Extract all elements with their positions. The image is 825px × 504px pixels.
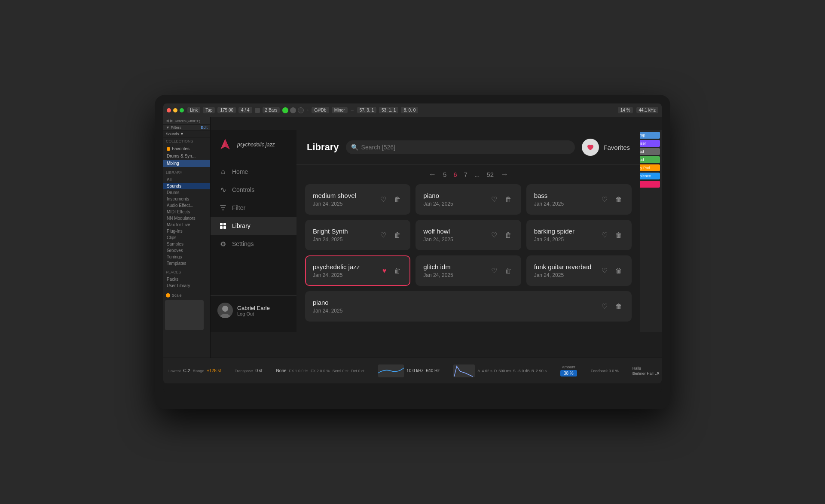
nav-library[interactable]: Library [211, 217, 296, 235]
time-signature[interactable]: 4 / 4 [238, 107, 252, 113]
card-actions: ♡ 🗑 [489, 265, 513, 276]
stop-button[interactable] [290, 107, 296, 113]
feedback-label: Feedback 0.0 % [591, 369, 619, 373]
card-bright-synth[interactable]: Bright Synth Jan 24, 2025 ♡ 🗑 [305, 220, 410, 250]
favorite-button[interactable]: ♡ [600, 265, 609, 276]
card-actions: ♡ 🗑 [600, 301, 624, 312]
record-button[interactable] [298, 107, 304, 113]
delete-button[interactable]: 🗑 [503, 230, 513, 241]
controls-icon: ∿ [219, 186, 227, 194]
packs-item[interactable]: Packs [163, 276, 210, 282]
samples-item[interactable]: Samples [163, 241, 210, 247]
favorite-button[interactable]: ♡ [489, 229, 499, 241]
page-5[interactable]: 5 [443, 171, 446, 178]
link-button[interactable]: Link [187, 107, 200, 113]
favorite-button[interactable]: ♡ [379, 194, 388, 205]
card-actions: ♡ 🗑 [600, 229, 624, 241]
page-52[interactable]: 52 [486, 171, 494, 178]
card-barking-spider[interactable]: barking spider Jan 24, 2025 ♡ 🗑 [526, 220, 632, 250]
card-glitch-idm[interactable]: glitch idm Jan 24, 2025 ♡ 🗑 [416, 255, 521, 286]
page-7[interactable]: 7 [464, 171, 468, 178]
all-item[interactable]: All [163, 176, 210, 183]
key-select[interactable]: C#/Db [312, 107, 329, 113]
search-input[interactable] [346, 140, 575, 154]
favorite-button[interactable]: ♡ [489, 265, 499, 276]
reverb2-label: Berliner Hall LR [632, 371, 660, 376]
card-funk-guitar[interactable]: funk guitar reverbed Jan 24, 2025 ♡ 🗑 [526, 255, 632, 286]
favorite-button[interactable]: ♡ [600, 194, 609, 205]
favorite-button[interactable]: ♡ [489, 194, 499, 205]
delete-button[interactable]: 🗑 [392, 194, 403, 205]
zoom-level[interactable]: 14 % [618, 107, 633, 113]
nav-home[interactable]: ⌂ Home [211, 163, 296, 181]
nav-filter[interactable]: Filter [211, 199, 296, 217]
modulators-item[interactable]: NN Modulators [163, 215, 210, 222]
tap-button[interactable]: Tap [203, 107, 215, 113]
maximize-button[interactable] [180, 108, 184, 112]
loop-length[interactable]: 2 Bars [263, 107, 280, 113]
card-bass[interactable]: bass Jan 24, 2025 ♡ 🗑 [526, 184, 632, 215]
library-modal: psychedelic jazz ⌂ Home ∿ Controls [211, 130, 640, 332]
position1: 57. 3. 1 [357, 107, 376, 113]
prev-page-button[interactable]: ← [428, 170, 436, 179]
card-medium-shovel[interactable]: medium shovel Jan 24, 2025 ♡ 🗑 [305, 184, 410, 215]
card-name: glitch idm [423, 263, 453, 270]
card-piano-1[interactable]: piano Jan 24, 2025 ♡ 🗑 [416, 184, 521, 215]
sounds-item[interactable]: Sounds [163, 183, 210, 189]
delete-button[interactable]: 🗑 [392, 265, 403, 276]
attack-label: A [477, 369, 480, 373]
delete-button[interactable]: 🗑 [614, 301, 624, 312]
delete-button[interactable]: 🗑 [503, 265, 513, 276]
favorite-button[interactable]: ♡ [600, 301, 609, 312]
instruments-item[interactable]: Instruments [163, 196, 210, 202]
delete-button[interactable]: 🗑 [614, 194, 624, 205]
clips-item[interactable]: Clips [163, 234, 210, 241]
nav-controls-label: Controls [232, 186, 254, 193]
card-wolf-howl[interactable]: wolf howl Jan 24, 2025 ♡ 🗑 [416, 220, 521, 250]
templates-item[interactable]: Templates [163, 260, 210, 267]
card-piano-full[interactable]: piano Jan 24, 2025 ♡ 🗑 [305, 291, 632, 322]
next-page-button[interactable]: → [501, 170, 508, 179]
card-date: Jan 24, 2025 [534, 201, 564, 207]
mode-select[interactable]: Minor [332, 107, 348, 113]
drums-item[interactable]: Drums [163, 189, 210, 196]
card-psychedelic-jazz[interactable]: psychedelic jazz Jan 24, 2025 ♥ 🗑 [305, 255, 410, 286]
mixing-item[interactable]: Mixing [163, 160, 210, 167]
delete-button[interactable]: 🗑 [392, 230, 403, 241]
play-button[interactable] [282, 107, 288, 113]
nav-controls[interactable]: ∿ Controls [211, 181, 296, 199]
max-for-live-item[interactable]: Max for Live [163, 222, 210, 228]
favorites-toggle[interactable]: Favorites [582, 139, 630, 156]
favorite-button[interactable]: ♥ [381, 265, 388, 276]
bpm-display[interactable]: 175.00 [217, 107, 236, 113]
grooves-item[interactable]: Grooves [163, 247, 210, 254]
nav-settings[interactable]: ⚙ Settings [211, 235, 296, 253]
favorite-button[interactable]: ♡ [600, 229, 609, 241]
edit-label: Edit [201, 125, 208, 130]
delete-button[interactable]: 🗑 [503, 194, 513, 205]
logout-button[interactable]: Log Out [237, 311, 270, 316]
tunings-item[interactable]: Tunings [163, 254, 210, 260]
user-library-item[interactable]: User Library [163, 282, 210, 289]
card-name: medium shovel [313, 192, 356, 199]
minimize-button[interactable] [173, 108, 177, 112]
delete-button[interactable]: 🗑 [614, 265, 624, 276]
favorite-button[interactable]: ♡ [379, 229, 388, 241]
audio-effects-item[interactable]: Audio Effect... [163, 202, 210, 209]
plugins-item[interactable]: Plug-Ins [163, 228, 210, 234]
decay-label: D [494, 369, 497, 373]
page-6-active[interactable]: 6 [453, 171, 457, 178]
toggle-button[interactable] [582, 139, 599, 156]
main-area: ◀ ▶ Search (Cmd+F) ▼ Filters Edit Sounds… [163, 117, 662, 358]
card-info: bass Jan 24, 2025 [534, 192, 564, 207]
drums-synths-item[interactable]: Drums & Syn... [163, 152, 210, 160]
svg-point-5 [222, 306, 228, 312]
play-controls [282, 107, 304, 113]
favorites-item[interactable]: Favorites [163, 145, 210, 152]
close-button[interactable] [167, 108, 171, 112]
library-grid: medium shovel Jan 24, 2025 ♡ 🗑 pian [296, 184, 640, 330]
reverb-names: Halls Berliner Hall LR [632, 366, 660, 376]
delete-button[interactable]: 🗑 [614, 230, 624, 241]
midi-effects-item[interactable]: MIDI Effects [163, 209, 210, 215]
card-info: Bright Synth Jan 24, 2025 [313, 228, 348, 243]
